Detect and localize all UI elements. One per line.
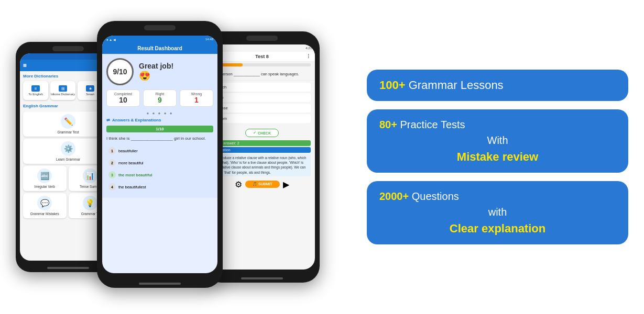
dict-icon-smart: ★ (86, 85, 94, 92)
wrong-label: Wrong (191, 92, 202, 96)
great-job-container: Great job! 😍 (139, 62, 173, 82)
option-3[interactable]: 3 the most beautiful (106, 170, 213, 180)
grammar-irregular-icon: 🔤 (37, 169, 52, 183)
stats-row: Completed 10 Right 9 Wrong 1 (106, 89, 213, 107)
dict-label-smart: Smart (86, 93, 94, 96)
option-2-text: more beautiful (118, 161, 144, 165)
stat-right: Right 9 (143, 89, 177, 107)
grammar-item-irregular[interactable]: 🔤 Irregular Verb (23, 166, 67, 191)
explanation-label: lanation (213, 147, 311, 153)
dict-label-idioms: Idioms Dictionary (51, 93, 75, 96)
feature-1-text: Grammar Lessons (406, 78, 504, 92)
option-2[interactable]: 2 more beautiful (106, 158, 213, 168)
right-menu-icon[interactable]: ⋮ (306, 54, 311, 59)
feature-card-grammar: 100+ Grammar Lessons (367, 70, 628, 102)
completed-value: 10 (108, 96, 138, 104)
center-status-icons: ● ▲ ◀ (106, 38, 116, 41)
right-status-bar: ▦ ▲ ◀ 4:21 (209, 44, 315, 52)
right-time: 4:21 (305, 47, 312, 50)
option-4-num: 4 (108, 183, 116, 190)
grammar-item-mistakes[interactable]: 💬 Grammar Mistakes (23, 193, 67, 218)
grammar-tips-icon: 💡 (83, 196, 97, 210)
answer-progress-bar: 1/10 (106, 126, 213, 132)
score-row: 9/10 Great job! 😍 (106, 58, 213, 85)
right-option-who[interactable]: who (213, 93, 311, 102)
right-settings-icon[interactable]: ⚙ (235, 180, 242, 189)
grammar-mistakes-icon: 💬 (37, 196, 52, 210)
right-option-whose[interactable]: whose (213, 104, 311, 113)
feature-3-highlight: 2000+ (379, 190, 409, 202)
right-question: is a person ____________ can speak langu… (209, 68, 315, 81)
answers-icon: ⇄ (106, 118, 110, 122)
grammar-test-icon: ✏️ (61, 114, 75, 129)
option-1[interactable]: 1 beautifuller (106, 145, 213, 156)
center-status-bar: ● ▲ ◀ 14:48 (102, 36, 217, 43)
right-label: Right (156, 92, 164, 96)
answer-progress-label: 1/10 (156, 127, 164, 131)
feature-2-highlight: 80+ (379, 119, 397, 130)
dict-icon-idioms: ⊞ (59, 85, 67, 92)
option-4[interactable]: 4 the beautifullest (106, 182, 213, 192)
feature-card-questions: 2000+ Questions with Clear explanation (367, 181, 628, 244)
right-option-whom[interactable]: whom (213, 114, 311, 123)
submit-row: ⚙ 🎵 SUBMIT ▶ (209, 177, 315, 192)
right-options: which who whose whom (209, 81, 315, 127)
phone-center: ● ▲ ◀ 14:48 Result Dashboard 9/10 Great … (97, 21, 223, 288)
feature-3-text-1: Questions (409, 190, 459, 202)
option-3-text: the most beautiful (118, 173, 152, 177)
dict-label-english: To English (28, 93, 43, 96)
center-result-body: 9/10 Great job! 😍 Completed 10 Right 9 (102, 54, 217, 198)
center-time: 14:48 (205, 38, 213, 41)
right-header: ← Test 8 ⋮ (209, 52, 315, 62)
center-phone-screen: ● ▲ ◀ 14:48 Result Dashboard 9/10 Great … (102, 36, 217, 273)
dict-item-to-english[interactable]: ≡ To English (23, 81, 48, 100)
grammar-learn-label: Learn Grammar (56, 158, 80, 161)
features-section: 100+ Grammar Lessons 80+ Practice Tests … (362, 70, 628, 245)
right-check-row: ✓ CHECK (209, 127, 315, 139)
right-value: 9 (145, 96, 175, 104)
right-test-label: Test 8 (255, 54, 268, 59)
correct-answer-bar: ect answer: 2 (213, 140, 311, 146)
grammar-learn-icon: ⚙️ (61, 141, 75, 156)
grammar-tense-icon: 📊 (83, 169, 97, 183)
option-4-text: the beautifullest (118, 185, 146, 189)
check-button[interactable]: ✓ CHECK (245, 129, 279, 137)
dict-item-idioms[interactable]: ⊞ Idioms Dictionary (50, 81, 75, 100)
feature-2-text-2: With (379, 132, 616, 148)
feature-3-text-3: Clear explanation (379, 220, 616, 237)
feature-2-text-3: Mistake review (379, 148, 616, 165)
grammar-test-label: Grammar Test (57, 130, 79, 134)
wrong-value: 1 (181, 96, 212, 104)
option-3-num: 3 (108, 171, 116, 178)
submit-icon: 🎵 (253, 182, 257, 186)
option-2-num: 2 (108, 159, 116, 166)
submit-label: SUBMIT (258, 182, 272, 186)
feature-card-practice: 80+ Practice Tests With Mistake review (367, 109, 628, 173)
center-header: Result Dashboard (102, 43, 217, 54)
stat-wrong: Wrong 1 (180, 89, 213, 107)
check-checkmark: ✓ (253, 131, 256, 135)
great-job-emoji: 😍 (139, 70, 173, 82)
score-value: 9/10 (113, 68, 127, 76)
phones-section: ▦▦ 95% ▤ More Dictionaries ≡ To English … (16, 10, 362, 304)
answers-label: Answers & Explanations (112, 118, 161, 122)
right-option-which[interactable]: which (213, 83, 311, 92)
option-1-num: 1 (108, 147, 116, 154)
feature-3-text-2: with (379, 204, 616, 220)
right-phone-screen: ▦ ▲ ◀ 4:21 ← Test 8 ⋮ is a person ______… (209, 44, 315, 270)
answers-header: ⇄ Answers & Explanations (106, 118, 213, 122)
feature-1-highlight: 100+ (379, 78, 406, 92)
dots-indicator: ● ● ● ● ● (106, 111, 213, 116)
great-job-text: Great job! (139, 62, 173, 70)
grammar-tips-label: Grammar T. (81, 212, 99, 216)
dict-icon-english: ≡ (31, 85, 40, 92)
stat-completed: Completed 10 (106, 89, 140, 107)
submit-button[interactable]: 🎵 SUBMIT (245, 181, 280, 188)
right-progress-container (213, 63, 311, 66)
right-next-icon[interactable]: ▶ (283, 180, 289, 189)
score-circle: 9/10 (106, 58, 134, 85)
grammar-irregular-label: Irregular Verb (35, 185, 55, 188)
grammar-mistakes-label: Grammar Mistakes (30, 212, 59, 216)
left-app-title: ▤ (23, 63, 27, 68)
center-title: Result Dashboard (137, 46, 182, 51)
